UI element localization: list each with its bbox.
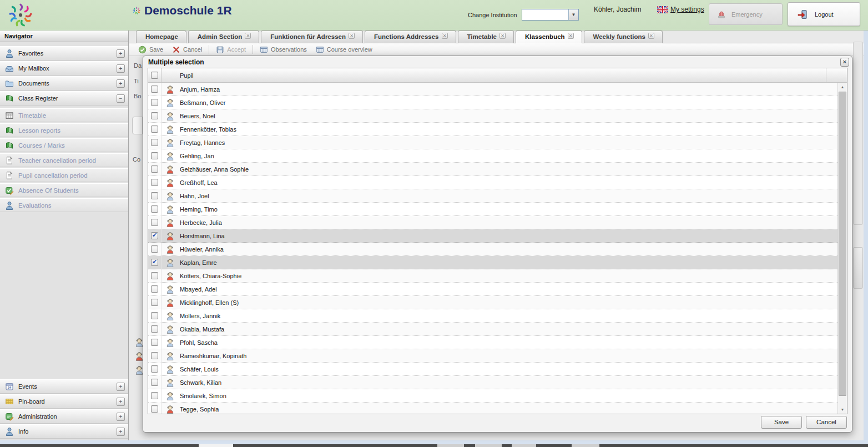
tab[interactable]: Weekly functions ✕	[584, 31, 663, 43]
pupil-row[interactable]: Mbayed, Adel	[148, 283, 837, 296]
tab-close-icon[interactable]: ✕	[648, 33, 654, 39]
pupil-checkbox[interactable]	[151, 139, 158, 146]
tab-close-icon[interactable]: ✕	[442, 33, 448, 39]
tab[interactable]: Homepage	[136, 31, 186, 43]
expand-toggle-button[interactable]: +	[117, 79, 125, 88]
sidebar-item[interactable]: Lesson reports	[0, 123, 128, 137]
tab[interactable]: Functions Addresses ✕	[365, 31, 456, 43]
pupil-checkbox[interactable]	[151, 365, 158, 373]
institution-select[interactable]: ▼	[522, 9, 579, 21]
tab-close-icon[interactable]: ✕	[499, 33, 506, 39]
pupil-checkbox[interactable]	[151, 112, 158, 119]
toolbar-course-overview-button[interactable]: Course overview	[311, 46, 377, 54]
expand-toggle-button[interactable]: +	[117, 398, 125, 406]
toolbar-accept-button[interactable]: Accept	[211, 46, 250, 54]
scrollbar-thumb[interactable]	[839, 92, 846, 396]
pupil-row[interactable]: Schäfer, Louis	[148, 363, 837, 376]
pupil-row[interactable]: Kötters, Chiara-Sophie	[148, 269, 837, 283]
pupil-row[interactable]: Freytag, Hannes	[148, 136, 837, 149]
select-all-checkbox[interactable]	[151, 72, 158, 79]
language-flag-icon[interactable]	[657, 6, 668, 13]
pupil-checkbox[interactable]	[151, 325, 158, 333]
pupil-row[interactable]: Herbecke, Julia	[148, 216, 837, 229]
dialog-close-icon[interactable]: ✕	[840, 58, 849, 67]
pupil-checkbox[interactable]	[151, 272, 158, 279]
expand-toggle-button[interactable]: +	[117, 383, 125, 391]
tab-close-icon[interactable]: ✕	[245, 33, 251, 39]
pupil-row[interactable]: Smolarek, Simon	[148, 389, 837, 403]
pupil-row[interactable]: Heming, Timo	[148, 203, 837, 216]
scroll-down-icon[interactable]: ▼	[838, 405, 847, 414]
pupil-row[interactable]: Möllers, Jannik	[148, 309, 837, 323]
pupil-checkbox[interactable]	[151, 86, 158, 93]
sidebar-item[interactable]: Absence Of Students	[0, 183, 128, 197]
pupil-checkbox[interactable]	[151, 352, 158, 359]
pupil-row[interactable]: Beuers, Noel	[148, 109, 837, 123]
tab[interactable]: Timetable ✕	[458, 31, 514, 43]
my-settings-link[interactable]: My settings	[670, 6, 704, 13]
pupil-checkbox[interactable]	[151, 192, 158, 199]
sidebar-group[interactable]: Pin-board +	[0, 394, 128, 409]
tab-close-icon[interactable]: ✕	[349, 33, 355, 39]
pupil-checkbox[interactable]	[151, 152, 158, 159]
pupil-row[interactable]: Tegge, Sophia	[148, 403, 837, 414]
pupil-checkbox[interactable]	[151, 205, 158, 213]
pupil-checkbox[interactable]	[151, 405, 158, 413]
pupil-row[interactable]: Gelzhäuser, Anna Sophie	[148, 163, 837, 176]
toolbar-cancel-button[interactable]: Cancel	[168, 46, 206, 54]
pupil-row[interactable]: Rameshkumar, Kopinath	[148, 349, 837, 363]
pupil-checkbox[interactable]	[151, 339, 158, 346]
pupil-row[interactable]: Micklinghoff, Ellen (S)	[148, 296, 837, 309]
pupil-row[interactable]: Hahn, Joel	[148, 189, 837, 203]
pupil-row[interactable]: Hüweler, Annika	[148, 243, 837, 256]
expand-toggle-button[interactable]: +	[117, 49, 125, 58]
sidebar-item[interactable]: Pupil cancellation period	[0, 168, 128, 182]
pupil-checkbox[interactable]	[151, 392, 158, 399]
sidebar-group[interactable]: Administration +	[0, 409, 128, 424]
pupil-checkbox[interactable]	[151, 285, 158, 293]
sidebar-item[interactable]: Evaluations	[0, 198, 128, 212]
pupil-checkbox[interactable]	[151, 259, 158, 266]
pupil-row[interactable]: Anjum, Hamza	[148, 83, 837, 96]
dialog-cancel-button[interactable]: Cancel	[806, 416, 847, 429]
sidebar-group[interactable]: Documents +	[0, 76, 128, 91]
expand-toggle-button[interactable]: +	[117, 413, 125, 421]
pupil-checkbox[interactable]	[151, 299, 158, 306]
pupil-row[interactable]: Okabia, Mustafa	[148, 323, 837, 336]
expand-toggle-button[interactable]: +	[117, 64, 125, 73]
dropdown-arrow-icon[interactable]: ▼	[568, 9, 578, 20]
list-scrollbar[interactable]: ▲ ▼	[837, 83, 847, 414]
logout-button[interactable]: Logout	[788, 2, 860, 26]
dialog-save-button[interactable]: Save	[761, 416, 802, 429]
pupil-row[interactable]: Pfohl, Sascha	[148, 336, 837, 349]
sidebar-group[interactable]: Class Register −	[0, 91, 128, 106]
tab-close-icon[interactable]: ✕	[568, 33, 574, 39]
scroll-up-icon[interactable]: ▲	[838, 83, 847, 91]
pupil-row[interactable]: Fennenkötter, Tobias	[148, 123, 837, 136]
pupil-row[interactable]: Kaplan, Emre	[148, 256, 837, 269]
sidebar-item[interactable]: Timetable	[0, 108, 128, 122]
sidebar-item[interactable]: Courses / Marks	[0, 138, 128, 152]
tab[interactable]: Funktionen für Adressen ✕	[261, 31, 363, 43]
toolbar-save-button[interactable]: Save	[134, 46, 168, 54]
expand-toggle-button[interactable]: +	[117, 428, 125, 436]
tab[interactable]: Admin Section ✕	[188, 31, 260, 43]
pupil-row[interactable]: Horstmann, Lina	[148, 229, 837, 243]
emergency-button[interactable]: Emergency	[709, 3, 783, 25]
sidebar-group[interactable]: My Mailbox +	[0, 61, 128, 76]
sidebar-group[interactable]: Events +	[0, 379, 128, 394]
tab[interactable]: Klassenbuch ✕	[516, 31, 582, 44]
pupil-checkbox[interactable]	[151, 99, 158, 106]
pupil-checkbox[interactable]	[151, 165, 158, 173]
pupil-checkbox[interactable]	[151, 179, 158, 186]
pupil-checkbox[interactable]	[151, 312, 158, 319]
toolbar-observations-button[interactable]: Observations	[255, 46, 311, 54]
pupil-checkbox[interactable]	[151, 245, 158, 253]
pupil-checkbox[interactable]	[151, 232, 158, 239]
expand-toggle-button[interactable]: −	[117, 94, 125, 103]
pupil-row[interactable]: Greßhoff, Lea	[148, 176, 837, 189]
pupil-column-header[interactable]: Pupil	[162, 68, 826, 82]
pupil-checkbox[interactable]	[151, 125, 158, 133]
pupil-checkbox[interactable]	[151, 379, 158, 386]
pupil-row[interactable]: Gehling, Jan	[148, 149, 837, 163]
